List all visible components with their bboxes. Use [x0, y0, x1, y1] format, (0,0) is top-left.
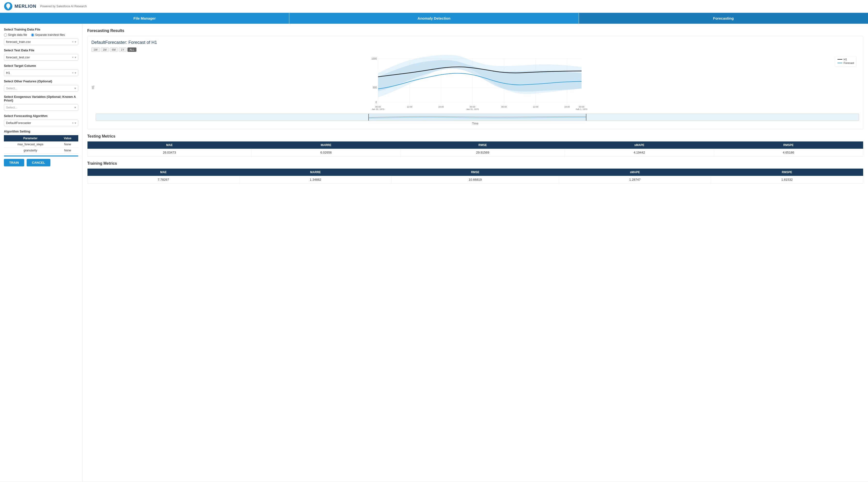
svg-text:12:00: 12:00: [533, 106, 538, 108]
time-btn-1w[interactable]: 1W: [91, 47, 100, 52]
svg-rect-29: [586, 114, 586, 121]
y-axis-text: H1: [91, 86, 95, 89]
training-file-select[interactable]: forecast_train.csv × ▾: [4, 38, 78, 45]
clear-target-column-icon[interactable]: ×: [72, 71, 74, 74]
train-header-rmspe: RMSPE: [711, 168, 863, 176]
training-metrics-table: MAE MARRE RMSE sMAPE RMSPE 7.78267 1.348…: [87, 168, 863, 184]
svg-text:Feb 1, 1970: Feb 1, 1970: [576, 108, 587, 110]
forecasting-results-title: Forecasting Results: [87, 29, 863, 33]
legend-h1: H1: [837, 58, 854, 61]
radio-separate-files[interactable]: Separate train/test files: [31, 33, 65, 37]
header: MERLION Powered by Salesforce AI Researc…: [0, 0, 868, 13]
svg-text:00:00: 00:00: [579, 106, 585, 108]
training-file-label: Select Training Data File: [4, 28, 78, 31]
algo-param-header: Parameter: [4, 135, 57, 141]
sidebar: Select Training Data File Single data fi…: [0, 24, 83, 482]
logo-text: MERLION: [14, 4, 36, 9]
exogenous-select[interactable]: Select... ▾: [4, 104, 78, 111]
table-row: max_forecast_steps None: [4, 141, 78, 148]
dropdown-other-features-icon[interactable]: ▾: [74, 87, 76, 90]
other-features-select[interactable]: Select... ▾: [4, 85, 78, 92]
target-column-select[interactable]: H1 × ▾: [4, 69, 78, 76]
dropdown-target-column-icon[interactable]: ▾: [74, 71, 76, 74]
dropdown-test-file-icon[interactable]: ▾: [74, 56, 76, 59]
svg-text:Jan 31, 1970: Jan 31, 1970: [466, 108, 479, 110]
clear-test-file-icon[interactable]: ×: [72, 56, 74, 59]
range-selector-svg: [96, 114, 859, 121]
nav-forecasting[interactable]: Forecasting: [579, 13, 868, 24]
chart-range-selector[interactable]: [96, 114, 859, 121]
test-header-marre: MARRE: [251, 141, 401, 149]
train-smape-value: 1.28747: [559, 176, 711, 184]
radio-group-file-type: Single data file Separate train/test fil…: [4, 33, 78, 37]
forecast-chart-svg: 1000 500 0 06:00 Jan 30, 1970 12:00 18:0…: [96, 54, 859, 112]
action-buttons: TRAIN CANCEL: [4, 159, 78, 166]
algo-param-1: max_forecast_steps: [4, 141, 57, 148]
time-btn-all[interactable]: ALL: [127, 47, 137, 52]
y-axis-label: H1: [91, 54, 95, 121]
table-row: granularity None: [4, 148, 78, 154]
chart-svg-wrapper: 1000 500 0 06:00 Jan 30, 1970 12:00 18:0…: [96, 54, 859, 121]
dropdown-algorithm-icon[interactable]: ▾: [74, 121, 76, 125]
test-mae-value: 26.03473: [88, 149, 251, 157]
clear-training-file-icon[interactable]: ×: [72, 40, 74, 43]
train-header-mae: MAE: [88, 168, 240, 176]
train-mae-value: 7.78267: [88, 176, 240, 184]
test-rmspe-value: 4.65186: [714, 149, 863, 157]
training-file-value: forecast_train.csv: [6, 40, 72, 43]
nav-anomaly-detection[interactable]: Anomaly Detection: [289, 13, 579, 24]
svg-point-1: [7, 5, 9, 7]
forecast-chart-container: DefaultForecaster: Forecast of H1 1W 1M …: [87, 36, 863, 129]
svg-text:500: 500: [373, 86, 377, 89]
chart-title: DefaultForecaster: Forecast of H1: [91, 40, 859, 45]
time-btn-1y[interactable]: 1Y: [119, 47, 126, 52]
testing-metrics-title: Testing Metrics: [87, 134, 863, 138]
algo-value-1: None: [57, 141, 78, 148]
table-row: 26.03473 6.02656 29.91569 4.19442 4.6518…: [88, 149, 863, 157]
legend-h1-line: [837, 59, 842, 60]
train-header-rmse: RMSE: [392, 168, 559, 176]
svg-rect-27: [368, 114, 586, 121]
svg-text:Jan 30, 1970: Jan 30, 1970: [372, 108, 384, 110]
other-features-label: Select Other Features (Optional): [4, 79, 78, 83]
algo-value-header: Value: [57, 135, 78, 141]
radio-single-file[interactable]: Single data file: [4, 33, 27, 37]
time-filter-buttons: 1W 1M 6M 1Y ALL: [91, 47, 859, 52]
algo-settings-table: Parameter Value max_forecast_steps None …: [4, 135, 78, 154]
test-file-label: Select Test Data File: [4, 49, 78, 52]
test-smape-value: 4.19442: [565, 149, 714, 157]
dropdown-training-file-icon[interactable]: ▾: [74, 40, 76, 43]
chart-legend: H1 Forecast: [835, 56, 857, 67]
train-rmse-value: 10.66819: [392, 176, 559, 184]
train-header-smape: sMAPE: [559, 168, 711, 176]
main-layout: Select Training Data File Single data fi…: [0, 24, 868, 482]
test-file-value: forecast_test.csv: [6, 56, 72, 59]
cancel-button[interactable]: CANCEL: [27, 159, 51, 166]
x-axis-label: Time: [91, 122, 859, 125]
nav-file-manager[interactable]: File Manager: [0, 13, 289, 24]
algorithm-label: Select Forecasting Algorithm: [4, 114, 78, 118]
progress-fill: [4, 156, 78, 157]
chart-inner: H1: [91, 54, 859, 121]
time-btn-6m[interactable]: 6M: [110, 47, 118, 52]
training-metrics-title: Training Metrics: [87, 161, 863, 166]
test-file-select[interactable]: forecast_test.csv × ▾: [4, 54, 78, 61]
train-rmspe-value: 1.81532: [711, 176, 863, 184]
train-marre-value: 1.34882: [240, 176, 392, 184]
svg-text:18:00: 18:00: [564, 106, 570, 108]
algo-param-2: granularity: [4, 148, 57, 154]
legend-forecast-line: [837, 63, 842, 63]
progress-bar: [4, 156, 78, 157]
exogenous-label: Select Exogenous Variables (Optional; Kn…: [4, 95, 78, 102]
svg-text:12:00: 12:00: [407, 106, 412, 108]
nav-bar: File Manager Anomaly Detection Forecasti…: [0, 13, 868, 24]
svg-text:00:00: 00:00: [470, 106, 475, 108]
svg-text:06:00: 06:00: [501, 106, 507, 108]
train-button[interactable]: TRAIN: [4, 159, 24, 166]
clear-algorithm-icon[interactable]: ×: [72, 121, 74, 125]
svg-text:18:00: 18:00: [438, 106, 444, 108]
dropdown-exogenous-icon[interactable]: ▾: [74, 106, 76, 109]
target-column-label: Select Target Column: [4, 64, 78, 68]
algorithm-select[interactable]: DefaultForecaster × ▾: [4, 120, 78, 126]
time-btn-1m[interactable]: 1M: [101, 47, 109, 52]
